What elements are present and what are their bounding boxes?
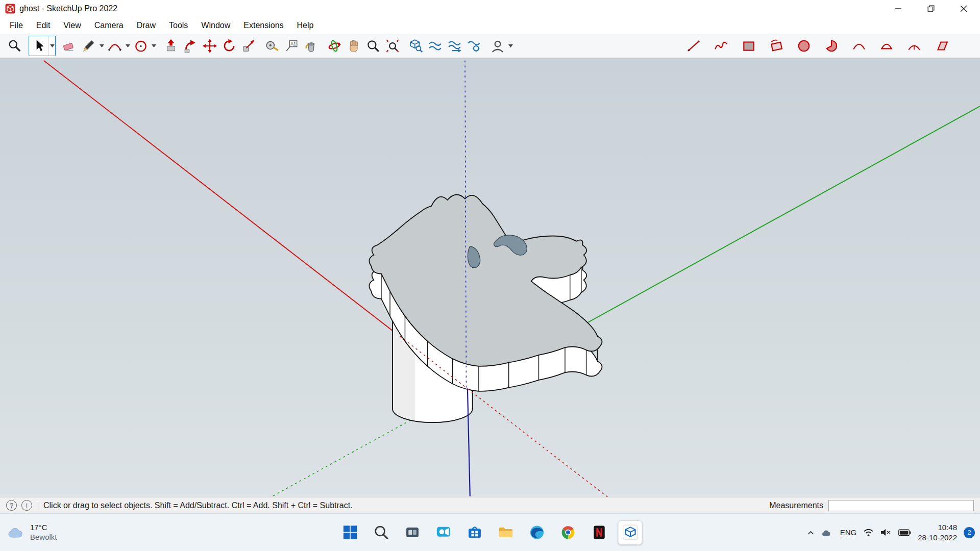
netflix-button[interactable] xyxy=(587,520,611,545)
system-tray: ENG 10:48 28-10-2022 2 xyxy=(807,522,980,542)
menu-view[interactable]: View xyxy=(57,17,87,34)
move-icon[interactable] xyxy=(200,36,219,56)
select-tool-icon[interactable] xyxy=(29,36,48,56)
select-tool-active xyxy=(29,36,56,56)
menu-extensions[interactable]: Extensions xyxy=(237,17,290,34)
volume-muted-icon[interactable] xyxy=(880,528,892,537)
menu-file[interactable]: File xyxy=(3,17,30,34)
minimize-button[interactable] xyxy=(882,0,915,17)
account-icon[interactable] xyxy=(488,36,507,56)
measurements-label: Measurements xyxy=(769,501,823,510)
clock-time: 10:48 xyxy=(938,522,957,533)
scale-icon[interactable] xyxy=(239,36,258,56)
red-line-icon[interactable] xyxy=(684,36,703,56)
info-icon[interactable]: i xyxy=(21,500,32,511)
edge-button[interactable] xyxy=(525,520,549,545)
taskbar-apps xyxy=(338,520,643,545)
weather-cloud-icon xyxy=(7,526,26,539)
follow-me-icon[interactable] xyxy=(181,36,200,56)
push-pull-icon[interactable] xyxy=(161,36,181,56)
language-indicator[interactable]: ENG xyxy=(840,528,857,537)
arc-tool-icon[interactable] xyxy=(105,36,125,56)
statusbar-hint: Click or drag to select objects. Shift =… xyxy=(43,501,353,510)
start-button[interactable] xyxy=(338,520,362,545)
zoom-extents-icon[interactable] xyxy=(383,36,402,56)
text-tool-icon[interactable]: A1 xyxy=(282,36,301,56)
eraser-icon[interactable] xyxy=(60,36,79,56)
tray-chevron-up-icon[interactable] xyxy=(807,530,815,535)
toolbar: A1 xyxy=(0,34,980,58)
file-explorer-button[interactable] xyxy=(494,520,518,545)
sandbox-settings-icon[interactable] xyxy=(464,36,484,56)
tape-measure-icon[interactable] xyxy=(262,36,282,56)
weather-temp: 17°C xyxy=(30,523,57,533)
chrome-button[interactable] xyxy=(556,520,580,545)
store-button[interactable] xyxy=(462,520,487,545)
model-search-icon[interactable] xyxy=(406,36,426,56)
zoom-icon[interactable] xyxy=(363,36,383,56)
menu-draw[interactable]: Draw xyxy=(130,17,162,34)
close-button[interactable] xyxy=(947,0,980,17)
window-controls xyxy=(882,0,980,17)
line-dropdown-caret-icon[interactable] xyxy=(99,36,105,56)
title-bar: ghost - SketchUp Pro 2022 xyxy=(0,0,980,17)
arc-open-icon[interactable] xyxy=(849,36,869,56)
onedrive-cloud-icon[interactable] xyxy=(821,528,834,537)
chat-button[interactable] xyxy=(431,520,456,545)
taskbar-clock[interactable]: 10:48 28-10-2022 xyxy=(918,522,957,542)
red-axis-dotted-line xyxy=(468,389,607,497)
sketchup-button[interactable] xyxy=(618,520,643,545)
viewport-canvas[interactable] xyxy=(0,59,980,497)
draw-style-toolbar xyxy=(684,36,975,56)
geolocation-icon[interactable]: ? xyxy=(6,500,17,511)
ghost-model[interactable] xyxy=(369,194,602,422)
zoom-window-icon[interactable] xyxy=(5,36,24,56)
sketchup-logo-icon xyxy=(5,4,15,14)
task-view-button[interactable] xyxy=(400,520,425,545)
taskbar: 17°C Bewolkt xyxy=(0,513,980,551)
restore-button[interactable] xyxy=(915,0,947,17)
weather-condition: Bewolkt xyxy=(30,533,57,542)
menu-camera[interactable]: Camera xyxy=(88,17,130,34)
window-title: ghost - SketchUp Pro 2022 xyxy=(19,4,117,13)
measurements-input[interactable] xyxy=(828,500,974,511)
menu-edit[interactable]: Edit xyxy=(30,17,57,34)
arc-dropdown-caret-icon[interactable] xyxy=(125,36,131,56)
rotate-icon[interactable] xyxy=(219,36,239,56)
menu-window[interactable]: Window xyxy=(194,17,237,34)
two-point-arc-icon[interactable] xyxy=(904,36,924,56)
orbit-icon[interactable] xyxy=(325,36,344,56)
viewport-3d[interactable] xyxy=(0,58,980,497)
shapes-dropdown-caret-icon[interactable] xyxy=(151,36,157,56)
taskbar-weather[interactable]: 17°C Bewolkt xyxy=(0,523,57,542)
rectangle-icon[interactable] xyxy=(739,36,758,56)
line-tool-icon[interactable] xyxy=(79,36,99,56)
search-button[interactable] xyxy=(369,520,394,545)
wifi-icon[interactable] xyxy=(863,528,874,537)
svg-text:A1: A1 xyxy=(290,41,296,46)
freehand-icon[interactable] xyxy=(712,36,731,56)
status-bar: ? i Click or drag to select objects. Shi… xyxy=(0,497,980,513)
menu-bar: File Edit View Camera Draw Tools Window … xyxy=(0,17,980,34)
pie-outline-icon[interactable] xyxy=(877,36,896,56)
menu-help[interactable]: Help xyxy=(290,17,321,34)
select-dropdown-caret-icon[interactable] xyxy=(48,36,55,56)
battery-icon[interactable] xyxy=(898,529,911,536)
clock-date: 28-10-2022 xyxy=(918,533,957,543)
measurements-group: Measurements xyxy=(769,500,974,511)
shapes-tool-icon[interactable] xyxy=(131,36,151,56)
menu-tools[interactable]: Tools xyxy=(162,17,194,34)
sandbox-from-contours-icon[interactable] xyxy=(426,36,445,56)
pan-icon[interactable] xyxy=(344,36,363,56)
account-dropdown-caret-icon[interactable] xyxy=(507,36,514,56)
statusbar-divider xyxy=(38,501,38,510)
pie-filled-icon[interactable] xyxy=(822,36,841,56)
paint-bucket-icon[interactable] xyxy=(301,36,321,56)
parallelogram-icon[interactable] xyxy=(932,36,951,56)
notification-badge[interactable]: 2 xyxy=(964,527,975,538)
sandbox-smoove-icon[interactable] xyxy=(445,36,464,56)
rotated-rectangle-icon[interactable] xyxy=(767,36,786,56)
circle-filled-icon[interactable] xyxy=(794,36,814,56)
